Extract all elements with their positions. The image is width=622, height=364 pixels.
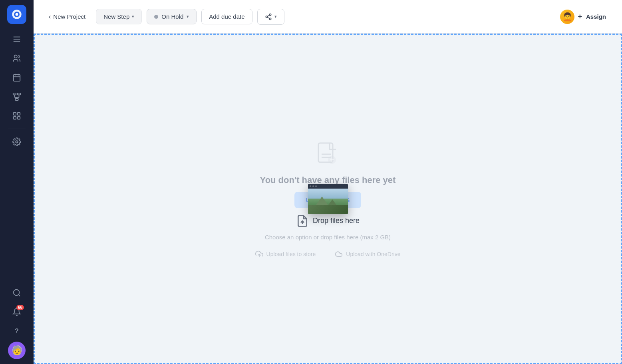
sidebar-item-calendar[interactable] [8,69,26,86]
due-date-button[interactable]: Add due date [201,9,252,24]
svg-point-22 [16,141,18,143]
share-chevron-icon: ▾ [274,14,277,19]
sidebar-item-help[interactable]: ? [8,322,26,340]
dashboard-icon [12,111,21,120]
team-icon [12,54,21,63]
svg-rect-18 [14,113,16,115]
assign-button[interactable]: 🧑‍🦱 + Assign [554,6,612,27]
new-step-button[interactable]: New Step ▾ [96,9,142,24]
upload-local-label: Upload files to store [266,251,316,257]
svg-point-6 [14,55,17,58]
svg-rect-12 [18,93,20,95]
svg-point-27 [269,18,271,20]
upload-options: Upload files to store Upload with OneDri… [255,250,401,258]
new-step-label: New Step [103,13,129,20]
notification-badge: 66 [16,305,24,310]
logo-icon [11,9,22,20]
list-icon [12,35,21,44]
thumbnail-mountain-2 [326,199,339,208]
sidebar-bottom: 66 ? 🧓 [8,284,26,359]
svg-rect-19 [18,113,20,115]
thumb-dot-3 [315,185,317,187]
step-chevron-icon: ▾ [132,14,134,19]
due-date-label: Add due date [209,13,244,20]
svg-point-26 [266,16,268,18]
hierarchy-icon [12,92,21,101]
thumb-dot-1 [310,185,311,187]
svg-line-24 [18,294,20,296]
upload-local-option[interactable]: Upload files to store [255,250,316,258]
status-button[interactable]: On Hold ▾ [147,9,197,24]
drop-zone-area[interactable]: You don't have any files here yet UPLOAD… [34,34,622,364]
svg-rect-7 [14,75,20,82]
empty-files-icon [314,140,342,169]
drop-files-label: Drop files here [313,217,360,225]
upload-onedrive-icon [335,250,343,258]
sidebar-item-search[interactable] [8,284,26,302]
thumbnail-image [308,189,348,214]
svg-line-29 [267,15,269,16]
sidebar-item-hierarchy[interactable] [8,88,26,105]
upload-onedrive-option[interactable]: Upload with OneDrive [335,250,400,258]
avatar-emoji: 🧓 [12,345,22,356]
settings-icon [12,137,21,146]
status-dot-icon [154,15,158,19]
upload-local-icon [255,250,263,258]
share-button[interactable]: ▾ [257,9,284,25]
drop-file-icon [296,215,309,227]
toolbar: ‹ New Project New Step ▾ On Hold ▾ Add d… [34,0,622,34]
sidebar-item-dashboard[interactable] [8,107,26,125]
svg-rect-20 [14,117,16,119]
choose-option-text: Choose an option or drop files here (max… [265,234,391,241]
thumb-dot-2 [312,185,314,187]
assign-label: Assign [586,13,606,20]
assign-plus: + [578,12,582,21]
calendar-icon [12,73,21,82]
share-icon [265,13,272,20]
search-icon [12,288,21,297]
status-label: On Hold [161,13,183,20]
svg-point-25 [269,14,271,16]
sidebar-item-team[interactable] [8,50,26,67]
app-logo[interactable] [7,5,26,24]
help-label: ? [15,328,19,335]
back-button[interactable]: ‹ New Project [43,9,91,24]
svg-line-28 [267,17,269,18]
main-content: ‹ New Project New Step ▾ On Hold ▾ Add d… [34,0,622,364]
sidebar-divider [8,129,26,129]
floating-file-thumbnail [308,184,348,214]
svg-rect-13 [15,99,18,101]
assign-avatar: 🧑‍🦱 [560,10,574,24]
thumbnail-topbar [308,184,348,189]
upload-onedrive-label: Upload with OneDrive [346,251,400,257]
user-avatar-sidebar[interactable]: 🧓 [8,342,26,359]
back-chevron-icon: ‹ [49,13,51,20]
svg-point-2 [16,13,18,16]
sidebar-item-notifications[interactable]: 66 [8,303,26,321]
sidebar-item-list[interactable] [8,30,26,48]
status-chevron-icon: ▾ [187,14,189,19]
svg-point-23 [14,290,20,296]
back-label: New Project [53,13,85,20]
sidebar-item-settings[interactable] [8,133,26,151]
svg-rect-21 [18,117,20,119]
drop-files-row: Drop files here [296,215,360,227]
svg-rect-11 [13,93,16,95]
sidebar: 66 ? 🧓 [0,0,34,364]
